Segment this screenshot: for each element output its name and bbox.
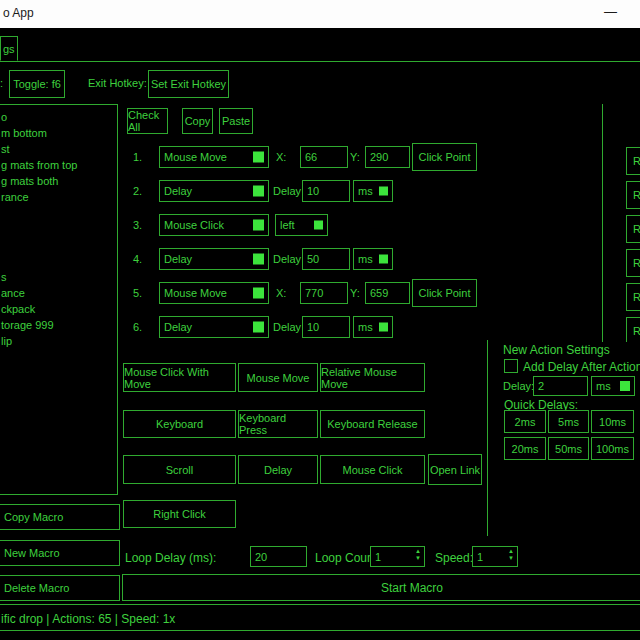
new-action-delay-input[interactable]: 2	[533, 376, 588, 396]
action-type-dropdown[interactable]: Mouse Move	[159, 146, 269, 168]
spin-down-icon[interactable]: ▼	[415, 555, 421, 562]
unit-value: ms	[358, 185, 373, 197]
dropdown-indicator-icon	[253, 152, 264, 163]
list-item[interactable]: g mats from top	[0, 157, 117, 173]
add-mouse-move-button[interactable]: Mouse Move	[238, 363, 318, 392]
unit-dropdown[interactable]: ms	[353, 180, 393, 202]
loop-count-value: 1	[375, 551, 381, 563]
y-input[interactable]: 290	[365, 146, 410, 168]
list-item[interactable]	[0, 253, 117, 269]
y-value: 290	[370, 151, 388, 163]
minimize-icon[interactable]: —	[604, 4, 617, 19]
loop-delay-input[interactable]: 20	[250, 546, 307, 567]
list-item[interactable]	[0, 205, 117, 221]
list-item[interactable]	[0, 237, 117, 253]
quick-delay-20ms-button[interactable]: 20ms	[504, 437, 546, 460]
add-delay-after-action-checkbox[interactable]	[504, 359, 518, 373]
add-keyboard-release-button[interactable]: Keyboard Release	[320, 410, 425, 438]
loop-count-stepper[interactable]: 1 ▲▼	[370, 546, 425, 567]
list-item[interactable]: o	[0, 109, 117, 125]
action-type-value: Delay	[164, 253, 192, 265]
list-item[interactable]: ckpack	[0, 301, 117, 317]
mouse-button-dropdown[interactable]: left	[275, 214, 328, 236]
delay-label: Delay	[273, 185, 301, 197]
delay-input[interactable]: 50	[302, 248, 350, 270]
action-index: 5.	[133, 287, 142, 299]
y-label: Y:	[350, 151, 360, 163]
action-index: 3.	[133, 219, 142, 231]
add-right-click-button[interactable]: Right Click	[123, 500, 236, 528]
spin-up-icon[interactable]: ▲	[508, 548, 514, 555]
action-type-dropdown[interactable]: Delay	[159, 180, 269, 202]
dropdown-indicator-icon	[314, 221, 323, 230]
add-delay-button[interactable]: Delay	[238, 455, 318, 484]
add-keyboard-button[interactable]: Keyboard	[123, 410, 236, 438]
add-mouse-click-button[interactable]: Mouse Click	[320, 455, 425, 484]
tab-panel-divider	[0, 61, 640, 62]
delete-macro-button[interactable]: Delete Macro	[0, 575, 120, 601]
click-point-button[interactable]: Click Point	[412, 279, 477, 307]
macro-list[interactable]: om bottomstg mats from topg mats bothran…	[0, 104, 118, 495]
add-keyboard-press-button[interactable]: Keyboard Press	[238, 410, 318, 438]
x-value: 770	[305, 287, 323, 299]
list-item[interactable]: rance	[0, 189, 117, 205]
remove-button[interactable]: R	[626, 215, 640, 243]
x-input[interactable]: 66	[300, 146, 348, 168]
unit-value: ms	[358, 321, 373, 333]
remove-button[interactable]: R	[626, 317, 640, 342]
new-macro-button[interactable]: New Macro	[0, 540, 120, 566]
list-item[interactable]	[0, 221, 117, 237]
quick-delay-5ms-button[interactable]: 5ms	[548, 410, 589, 433]
action-type-dropdown[interactable]: Mouse Click	[159, 214, 269, 236]
new-action-delay-unit-dropdown[interactable]: ms	[591, 376, 635, 396]
loop-delay-value: 20	[255, 551, 267, 563]
action-type-value: Delay	[164, 321, 192, 333]
add-open-link-button[interactable]: Open Link	[428, 454, 482, 485]
remove-button[interactable]: R	[626, 249, 640, 277]
status-bar: ific drop | Actions: 65 | Speed: 1x	[0, 604, 640, 631]
remove-button[interactable]: R	[626, 283, 640, 311]
quick-delay-2ms-button[interactable]: 2ms	[504, 410, 546, 433]
status-text: ific drop | Actions: 65 | Speed: 1x	[1, 612, 175, 626]
action-type-dropdown[interactable]: Delay	[159, 316, 269, 338]
tab-settings[interactable]: gs	[0, 36, 18, 61]
add-scroll-button[interactable]: Scroll	[123, 455, 236, 484]
quick-delay-50ms-button[interactable]: 50ms	[548, 437, 589, 460]
list-item[interactable]: lip	[0, 333, 117, 349]
action-type-dropdown[interactable]: Mouse Move	[159, 282, 269, 304]
speed-stepper[interactable]: 1 ▲▼	[472, 546, 518, 567]
spin-down-icon[interactable]: ▼	[508, 555, 514, 562]
remove-button[interactable]: R	[626, 147, 640, 175]
delay-input[interactable]: 10	[302, 316, 350, 338]
list-item[interactable]: g mats both	[0, 173, 117, 189]
unit-dropdown[interactable]: ms	[353, 248, 393, 270]
click-point-button[interactable]: Click Point	[412, 143, 477, 171]
toggle-hotkey-button[interactable]: Toggle: f6	[9, 70, 65, 98]
list-item[interactable]: st	[0, 141, 117, 157]
quick-delay-100ms-button[interactable]: 100ms	[591, 437, 634, 460]
action-type-dropdown[interactable]: Delay	[159, 248, 269, 270]
dropdown-indicator-icon	[379, 323, 388, 332]
y-input[interactable]: 659	[365, 282, 410, 304]
list-item[interactable]: ance	[0, 285, 117, 301]
dropdown-indicator-icon	[253, 186, 264, 197]
list-item[interactable]: s	[0, 269, 117, 285]
set-exit-hotkey-button[interactable]: Set Exit Hotkey	[148, 70, 229, 98]
x-input[interactable]: 770	[300, 282, 348, 304]
x-label: X:	[276, 287, 286, 299]
add-relative-mouse-move-button[interactable]: Relative Mouse Move	[320, 363, 425, 392]
action-type-value: Mouse Move	[164, 151, 227, 163]
spin-up-icon[interactable]: ▲	[415, 548, 421, 555]
remove-button[interactable]: R	[626, 181, 640, 209]
add-delay-after-action-label: Add Delay After Action	[523, 360, 640, 374]
start-macro-button[interactable]: Start Macro	[122, 574, 640, 601]
delay-value: 10	[307, 321, 319, 333]
copy-macro-button[interactable]: Copy Macro	[0, 504, 120, 530]
add-mouse-click-with-move-button[interactable]: Mouse Click With Move	[123, 363, 236, 392]
list-item[interactable]: m bottom	[0, 125, 117, 141]
delay-input[interactable]: 10	[302, 180, 350, 202]
quick-delay-10ms-button[interactable]: 10ms	[591, 410, 634, 433]
delay-value: 10	[307, 185, 319, 197]
list-item[interactable]: torage 999	[0, 317, 117, 333]
unit-dropdown[interactable]: ms	[353, 316, 393, 338]
